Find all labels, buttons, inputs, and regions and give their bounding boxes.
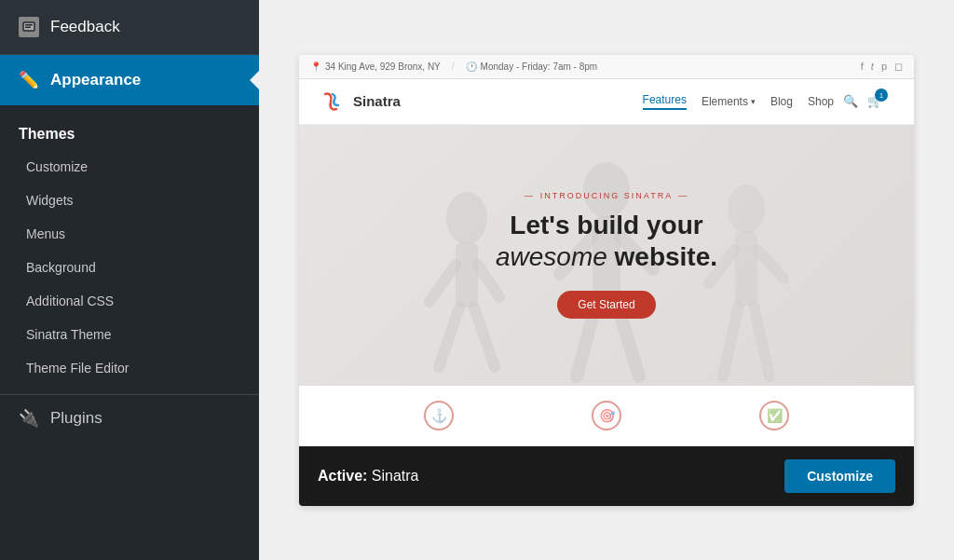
hero-title-normal: website. [607, 242, 717, 271]
appearance-label: Appearance [50, 71, 141, 89]
feature-icon-check: ✅ [759, 401, 789, 430]
svg-line-19 [723, 306, 739, 376]
feedback-label: Feedback [50, 18, 120, 36]
site-logo: Sinatra [318, 90, 401, 113]
cart-badge: 1 [875, 89, 888, 102]
svg-line-5 [429, 265, 456, 302]
nav-link-theme-file-editor[interactable]: Theme File Editor [0, 351, 259, 385]
hero-title-italic: awesome [496, 242, 607, 271]
svg-rect-2 [25, 27, 31, 29]
facebook-icon: f [861, 61, 864, 73]
menu-features[interactable]: Features [643, 93, 687, 110]
feature-icons-row: ⚓ 🎯 ✅ [299, 386, 914, 446]
menu-elements[interactable]: Elements ▾ [702, 95, 756, 108]
site-nav: Sinatra Features Elements ▾ Blog Shop 🔍 … [299, 79, 914, 125]
social-icons: f t p ◻ [861, 61, 903, 73]
target-icon: 🎯 [599, 408, 615, 423]
feedback-icon [19, 17, 39, 37]
site-menu: Features Elements ▾ Blog Shop [643, 93, 834, 110]
customize-button[interactable]: Customize [784, 459, 895, 493]
menu-shop[interactable]: Shop [808, 95, 834, 108]
svg-line-7 [439, 307, 459, 367]
location-icon: 📍 [310, 61, 321, 72]
svg-line-20 [754, 306, 770, 376]
logo-svg [318, 90, 346, 113]
svg-rect-1 [25, 24, 33, 26]
site-preview: Sinatra Features Elements ▾ Blog Shop 🔍 … [299, 79, 914, 446]
svg-line-8 [474, 307, 495, 367]
nav-link-menus[interactable]: Menus [0, 217, 259, 251]
pinterest-icon: p [881, 61, 887, 73]
hero-title: Let's build your awesome website. [496, 210, 717, 272]
nav-link-background[interactable]: Background [0, 251, 259, 284]
sidebar-item-appearance[interactable]: ✏️ Appearance [0, 55, 259, 105]
hero-section: INTRODUCING SINATRA Let's build your awe… [299, 125, 914, 386]
address-text: 34 King Ave, 929 Bronx, NY [325, 61, 441, 72]
nav-link-widgets[interactable]: Widgets [0, 184, 259, 217]
cart-wrapper: 🛒 1 [867, 94, 895, 108]
twitter-icon: t [871, 61, 874, 73]
svg-point-3 [446, 192, 487, 244]
bar-divider: / [452, 61, 455, 72]
active-label: Active: Sinatra [318, 468, 419, 485]
hero-content: INTRODUCING SINATRA Let's build your awe… [496, 191, 717, 319]
hero-title-line1: Let's build your [510, 211, 702, 239]
theme-preview-card: 📍 34 King Ave, 929 Bronx, NY / 🕐 Monday … [299, 55, 914, 506]
hours-text: Monday - Friday: 7am - 8pm [481, 61, 598, 72]
feature-icon-target: 🎯 [592, 401, 621, 430]
active-bar: Active: Sinatra Customize [299, 446, 914, 506]
svg-rect-4 [456, 242, 478, 307]
check-icon: ✅ [767, 408, 783, 423]
appearance-icon: ✏️ [19, 70, 39, 90]
site-menu-icons: 🔍 🛒 1 [834, 94, 895, 108]
browser-hours: 🕐 Monday - Friday: 7am - 8pm [466, 61, 598, 72]
menu-elements-label: Elements [702, 95, 748, 108]
feature-icon-anchor: ⚓ [424, 401, 454, 430]
svg-point-15 [728, 184, 765, 233]
anchor-icon: ⚓ [431, 408, 447, 423]
clock-icon: 🕐 [466, 61, 477, 72]
instagram-icon: ◻ [894, 61, 903, 73]
svg-rect-16 [735, 231, 757, 306]
active-prefix: Active: [318, 468, 367, 484]
hero-label: INTRODUCING SINATRA [496, 191, 717, 200]
svg-line-18 [757, 250, 784, 279]
plugins-label: Plugins [50, 409, 102, 428]
nav-link-sinatra-theme[interactable]: Sinatra Theme [0, 318, 259, 351]
hero-cta-button[interactable]: Get Started [557, 291, 655, 319]
nav-themes[interactable]: Themes [0, 115, 259, 150]
plugins-icon: 🔌 [19, 408, 39, 429]
sidebar-item-plugins[interactable]: 🔌 Plugins [0, 394, 259, 442]
nav-link-customize[interactable]: Customize [0, 150, 259, 184]
menu-blog[interactable]: Blog [770, 95, 793, 108]
main-content: 📍 34 King Ave, 929 Bronx, NY / 🕐 Monday … [259, 0, 954, 560]
sidebar-nav: Themes Customize Widgets Menus Backgroun… [0, 105, 259, 394]
nav-link-additional-css[interactable]: Additional CSS [0, 284, 259, 318]
browser-bar: 📍 34 King Ave, 929 Bronx, NY / 🕐 Monday … [299, 55, 914, 79]
active-theme-name-value: Sinatra [372, 468, 419, 484]
sidebar-item-feedback[interactable]: Feedback [0, 0, 259, 55]
site-logo-text: Sinatra [353, 93, 401, 109]
chevron-down-icon: ▾ [751, 97, 756, 106]
search-icon[interactable]: 🔍 [843, 94, 858, 108]
sidebar: Feedback ✏️ Appearance Themes Customize … [0, 0, 259, 560]
browser-address: 📍 34 King Ave, 929 Bronx, NY [310, 61, 441, 72]
